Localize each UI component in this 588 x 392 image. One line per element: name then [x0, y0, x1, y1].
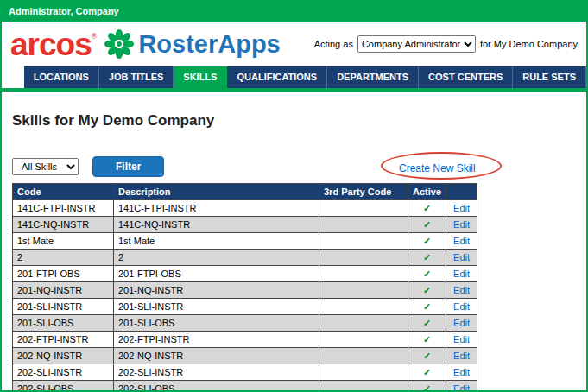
edit-link[interactable]: Edit [453, 269, 470, 279]
tab-cost-centers[interactable]: COST CENTERS [419, 66, 513, 88]
filter-button[interactable]: Filter [92, 156, 164, 177]
active-check-icon: ✓ [423, 285, 431, 295]
header-code: Code [13, 184, 114, 200]
admin-bar: Administrator, Company [2, 2, 586, 22]
acting-as-area: Acting as Company Administrator for My D… [314, 35, 578, 53]
skill-description-cell: 202-NQ-INSTR [114, 348, 319, 364]
edit-link[interactable]: Edit [453, 203, 470, 213]
tab-skills[interactable]: SKILLS [174, 66, 227, 88]
edit-cell: Edit [446, 200, 477, 217]
third-party-code-cell [319, 217, 408, 233]
edit-link[interactable]: Edit [453, 285, 470, 295]
active-check-icon: ✓ [423, 301, 431, 312]
edit-cell: Edit [446, 348, 477, 364]
skill-code-cell: 201-SLI-OBS [13, 315, 114, 332]
skill-description-cell: 201-SLI-OBS [114, 315, 319, 332]
active-check-icon: ✓ [423, 318, 431, 328]
skill-code-cell: 201-SLI-INSTR [13, 299, 114, 315]
tab-job-titles[interactable]: JOB TITLES [99, 66, 174, 88]
active-cell: ✓ [408, 282, 446, 299]
table-row: 141C-FTPI-INSTR141C-FTPI-INSTR✓Edit [13, 200, 477, 217]
third-party-code-cell [319, 233, 408, 250]
tab-locations[interactable]: LOCATIONS [24, 66, 99, 88]
skill-description-cell: 141C-NQ-INSTR [114, 217, 319, 233]
third-party-code-cell [319, 315, 408, 332]
create-new-skill-link[interactable]: Create New Skill [399, 162, 476, 174]
acting-as-select[interactable]: Company Administrator [357, 35, 476, 53]
edit-link[interactable]: Edit [453, 301, 470, 312]
header: arcos ® RosterApps Acting as [2, 22, 586, 66]
skill-description-cell: 201-SLI-INSTR [114, 299, 319, 315]
edit-link[interactable]: Edit [453, 334, 470, 345]
edit-link[interactable]: Edit [453, 383, 470, 392]
active-check-icon: ✓ [423, 203, 431, 213]
rosterapps-logo-text: RosterApps [138, 32, 280, 57]
edit-cell: Edit [446, 250, 477, 266]
edit-cell: Edit [446, 381, 477, 392]
active-check-icon: ✓ [423, 367, 431, 377]
edit-cell: Edit [446, 217, 477, 233]
rosterapps-flower-icon [104, 28, 135, 60]
tab-rule-sets[interactable]: RULE SETS [513, 66, 586, 88]
app-window: Administrator, Company arcos ® R [0, 0, 588, 392]
skill-code-cell: 202-SLI-OBS [13, 381, 114, 392]
active-cell: ✓ [408, 233, 446, 250]
edit-link[interactable]: Edit [453, 351, 470, 361]
edit-link[interactable]: Edit [453, 318, 470, 328]
table-row: 202-SLI-OBS202-SLI-OBS✓Edit [13, 381, 477, 392]
edit-link[interactable]: Edit [453, 252, 470, 262]
edit-link[interactable]: Edit [453, 236, 470, 246]
skill-code-cell: 202-FTPI-INSTR [13, 332, 114, 348]
skill-code-cell: 141C-NQ-INSTR [13, 217, 114, 233]
active-cell: ✓ [408, 200, 446, 217]
registered-mark: ® [92, 32, 98, 41]
header-edit [446, 184, 477, 200]
third-party-code-cell [319, 381, 408, 392]
logo: arcos ® RosterApps [10, 28, 281, 60]
table-row: 22✓Edit [13, 250, 477, 266]
table-row: 202-SLI-INSTR202-SLI-INSTR✓Edit [13, 364, 477, 381]
active-cell: ✓ [408, 348, 446, 364]
active-cell: ✓ [408, 364, 446, 381]
main-content: Skills for My Demo Company - All Skills … [2, 92, 586, 392]
active-cell: ✓ [408, 299, 446, 315]
third-party-code-cell [319, 200, 408, 217]
skills-filter-select[interactable]: - All Skills - [12, 158, 79, 175]
table-row: 141C-NQ-INSTR141C-NQ-INSTR✓Edit [13, 217, 477, 233]
active-check-icon: ✓ [423, 252, 431, 262]
edit-cell: Edit [446, 266, 477, 282]
header-active: Active [408, 184, 446, 200]
active-check-icon: ✓ [423, 334, 431, 345]
edit-link[interactable]: Edit [453, 367, 470, 377]
edit-link[interactable]: Edit [453, 219, 470, 230]
skill-description-cell: 201-FTPI-OBS [114, 266, 319, 282]
third-party-code-cell [319, 299, 408, 315]
nav-bar: LOCATIONS JOB TITLES SKILLS QUALIFICATIO… [2, 66, 586, 88]
skill-code-cell: 1st Mate [13, 233, 114, 250]
active-cell: ✓ [408, 217, 446, 233]
table-row: 201-SLI-INSTR201-SLI-INSTR✓Edit [13, 299, 477, 315]
acting-as-suffix: for My Demo Company [480, 39, 578, 49]
header-third-party-code: 3rd Party Code [319, 184, 408, 200]
edit-cell: Edit [446, 233, 477, 250]
nav-left-spacer [2, 66, 24, 88]
active-check-icon: ✓ [423, 351, 431, 361]
active-cell: ✓ [408, 315, 446, 332]
skill-code-cell: 201-NQ-INSTR [13, 282, 114, 299]
skill-description-cell: 201-NQ-INSTR [114, 282, 319, 299]
filter-controls: - All Skills - Filter Create New Skill [12, 155, 576, 178]
arcos-logo-text: arcos [10, 28, 92, 60]
third-party-code-cell [319, 364, 408, 381]
tab-departments[interactable]: DEPARTMENTS [327, 66, 419, 88]
table-row: 201-SLI-OBS201-SLI-OBS✓Edit [13, 315, 477, 332]
skill-description-cell: 2 [114, 250, 319, 266]
header-row: Code Description 3rd Party Code Active [13, 184, 477, 200]
skill-code-cell: 2 [13, 250, 114, 266]
edit-cell: Edit [446, 315, 477, 332]
edit-cell: Edit [446, 364, 477, 381]
table-row: 202-NQ-INSTR202-NQ-INSTR✓Edit [13, 348, 477, 364]
tab-qualifications[interactable]: QUALIFICATIONS [227, 66, 327, 88]
active-check-icon: ✓ [423, 236, 431, 246]
header-description: Description [114, 184, 319, 200]
edit-cell: Edit [446, 332, 477, 348]
